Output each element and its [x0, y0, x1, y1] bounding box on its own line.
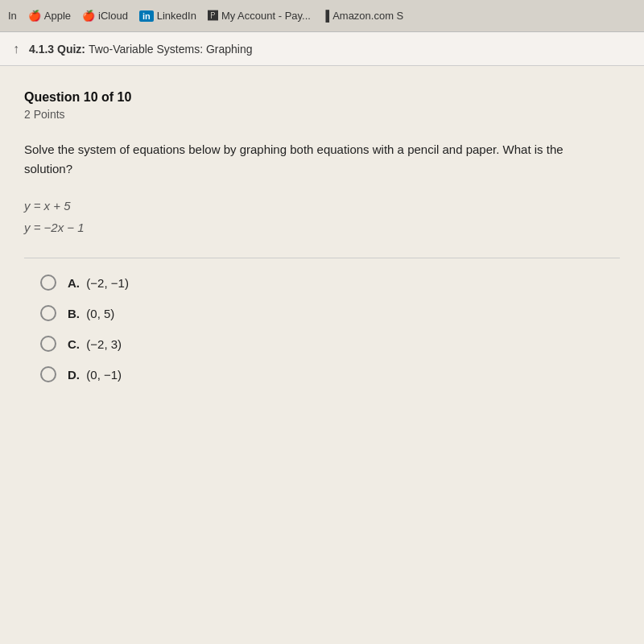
answer-option-b[interactable]: B. (0, 5) — [40, 305, 620, 321]
answer-options: A. (−2, −1) B. (0, 5) C. (−2, 3) D. (0, … — [24, 275, 620, 382]
paypal-icon: 🅿 — [208, 10, 218, 22]
browser-item-in[interactable]: In — [8, 10, 17, 22]
equation-1: y = x + 5 — [24, 195, 620, 217]
answer-letter-b: B. — [68, 307, 80, 320]
browser-bookmarks: In 🍎 Apple 🍎 iCloud in LinkedIn 🅿 My Acc… — [8, 10, 403, 22]
equation-2: y = −2x − 1 — [24, 217, 620, 238]
answer-letter-c: C. — [68, 337, 80, 351]
browser-bar: In 🍎 Apple 🍎 iCloud in LinkedIn 🅿 My Acc… — [0, 0, 644, 32]
browser-item-linkedin-label: LinkedIn — [157, 10, 196, 22]
browser-item-apple[interactable]: 🍎 Apple — [28, 10, 71, 22]
main-content: Question 10 of 10 2 Points Solve the sys… — [0, 66, 644, 644]
radio-a[interactable] — [40, 275, 56, 291]
breadcrumb-quiz-id: 4.1.3 Quiz: — [29, 43, 89, 56]
answer-value-d: (0, −1) — [86, 368, 122, 382]
answer-option-a[interactable]: A. (−2, −1) — [40, 275, 620, 291]
browser-item-amazon-label: Amazon.com S — [332, 10, 403, 22]
answer-label-d: D. (0, −1) — [68, 368, 122, 382]
question-text: Solve the system of equations below by g… — [24, 140, 572, 179]
equations-block: y = x + 5 y = −2x − 1 — [24, 195, 620, 238]
apple-icon: 🍎 — [28, 10, 41, 22]
radio-c[interactable] — [40, 336, 56, 352]
linkedin-badge-icon: in — [139, 10, 154, 22]
answer-option-d[interactable]: D. (0, −1) — [40, 366, 620, 382]
radio-d[interactable] — [40, 366, 56, 382]
answer-option-c[interactable]: C. (−2, 3) — [40, 336, 620, 352]
breadcrumb-bar: ↑ 4.1.3 Quiz: Two-Variable Systems: Grap… — [0, 32, 644, 66]
radio-b[interactable] — [40, 305, 56, 321]
answer-label-a: A. (−2, −1) — [68, 276, 129, 290]
browser-item-paypal-label: My Account - Pay... — [221, 10, 311, 22]
question-header: Question 10 of 10 — [24, 90, 620, 105]
answer-value-c: (−2, 3) — [86, 337, 122, 351]
amazon-icon: ▐ — [322, 10, 329, 22]
answer-letter-d: D. — [68, 368, 80, 382]
icloud-icon: 🍎 — [82, 10, 95, 22]
answer-value-b: (0, 5) — [86, 307, 114, 320]
breadcrumb: 4.1.3 Quiz: Two-Variable Systems: Graphi… — [29, 43, 253, 56]
answer-label-b: B. (0, 5) — [68, 307, 114, 320]
browser-item-amazon[interactable]: ▐ Amazon.com S — [322, 10, 403, 22]
answer-value-a: (−2, −1) — [86, 276, 129, 290]
question-points: 2 Points — [24, 108, 620, 121]
breadcrumb-up-arrow[interactable]: ↑ — [13, 42, 19, 56]
answer-label-c: C. (−2, 3) — [68, 337, 122, 351]
answer-letter-a: A. — [68, 276, 80, 290]
browser-item-paypal[interactable]: 🅿 My Account - Pay... — [208, 10, 311, 22]
browser-item-icloud[interactable]: 🍎 iCloud — [82, 10, 128, 22]
divider — [24, 258, 620, 258]
browser-item-linkedin[interactable]: in LinkedIn — [139, 10, 196, 22]
breadcrumb-quiz-title: Two-Variable Systems: Graphing — [89, 43, 253, 56]
browser-item-icloud-label: iCloud — [98, 10, 128, 22]
browser-item-in-label: In — [8, 10, 17, 22]
browser-item-apple-label: Apple — [44, 10, 71, 22]
